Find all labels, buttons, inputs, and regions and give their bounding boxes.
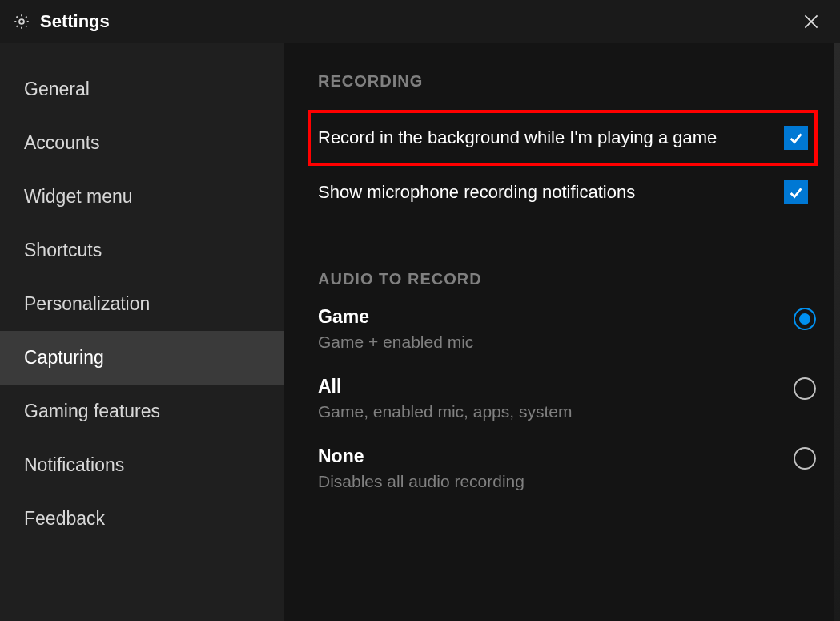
titlebar: Settings [0, 0, 840, 43]
audio-option-game[interactable]: Game Game + enabled mic [318, 306, 816, 352]
audio-option-desc: Disables all audio recording [318, 472, 524, 491]
audio-option-title: None [318, 446, 524, 467]
sidebar-item-notifications[interactable]: Notifications [0, 438, 284, 492]
audio-option-desc: Game + enabled mic [318, 333, 473, 352]
body: General Accounts Widget menu Shortcuts P… [0, 43, 840, 621]
sidebar-item-widget-menu[interactable]: Widget menu [0, 170, 284, 224]
record-background-label: Record in the background while I'm playi… [318, 127, 717, 148]
audio-option-text: None Disables all audio recording [318, 446, 524, 491]
titlebar-left: Settings [13, 11, 110, 32]
sidebar-item-shortcuts[interactable]: Shortcuts [0, 224, 284, 277]
sidebar-item-personalization[interactable]: Personalization [0, 277, 284, 331]
audio-radio-group: Game Game + enabled mic All Game, enable… [318, 306, 816, 491]
settings-window: Settings General Accounts Widget menu Sh… [0, 0, 840, 621]
audio-option-text: All Game, enabled mic, apps, system [318, 376, 572, 421]
audio-option-all[interactable]: All Game, enabled mic, apps, system [318, 376, 816, 421]
audio-option-all-radio[interactable] [794, 377, 816, 400]
sidebar-item-capturing[interactable]: Capturing [0, 331, 284, 385]
mic-notifications-row[interactable]: Show microphone recording notifications [318, 171, 816, 214]
audio-option-desc: Game, enabled mic, apps, system [318, 402, 572, 421]
sidebar-item-general[interactable]: General [0, 63, 284, 116]
close-button[interactable] [797, 7, 826, 36]
audio-option-none-radio[interactable] [794, 447, 816, 470]
sidebar: General Accounts Widget menu Shortcuts P… [0, 43, 284, 621]
audio-option-none[interactable]: None Disables all audio recording [318, 446, 816, 491]
record-background-checkbox[interactable] [784, 126, 808, 150]
mic-notifications-checkbox[interactable] [784, 180, 808, 204]
gear-icon [13, 13, 30, 30]
audio-option-text: Game Game + enabled mic [318, 306, 473, 352]
audio-option-game-radio[interactable] [794, 308, 816, 330]
svg-point-0 [19, 19, 24, 24]
window-edge [834, 43, 840, 621]
audio-option-title: All [318, 376, 572, 397]
content-panel: RECORDING Record in the background while… [284, 43, 840, 621]
page-title: Settings [40, 11, 110, 32]
audio-option-title: Game [318, 306, 473, 328]
mic-notifications-label: Show microphone recording notifications [318, 182, 635, 203]
sidebar-item-feedback[interactable]: Feedback [0, 492, 284, 546]
audio-header: AUDIO TO RECORD [318, 270, 816, 288]
recording-header: RECORDING [318, 72, 816, 91]
sidebar-item-gaming-features[interactable]: Gaming features [0, 385, 284, 438]
record-background-row[interactable]: Record in the background while I'm playi… [310, 111, 816, 164]
sidebar-item-accounts[interactable]: Accounts [0, 116, 284, 170]
